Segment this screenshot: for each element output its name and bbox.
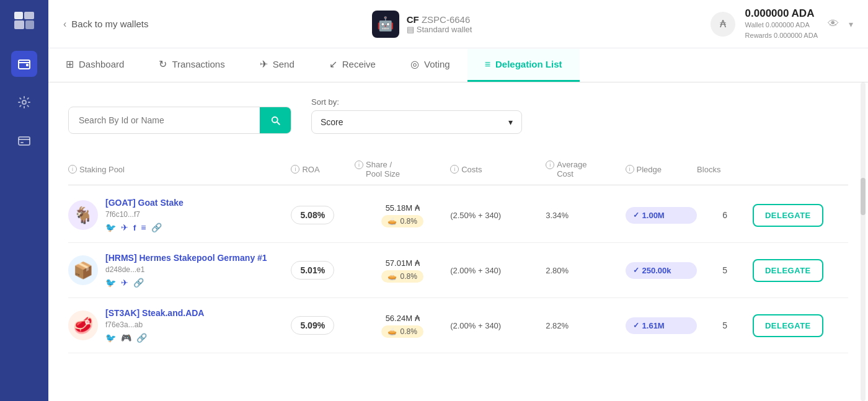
costs-col-3: (2.00% + 340) bbox=[450, 321, 546, 330]
tab-delegation-list-label: Delegation List bbox=[495, 59, 562, 69]
share-pct-label-1: 0.8% bbox=[400, 217, 417, 226]
tab-send-label: Send bbox=[273, 59, 294, 69]
telegram-icon-2[interactable]: ✈ bbox=[121, 278, 128, 288]
forum-icon-1[interactable]: ≡ bbox=[141, 223, 146, 232]
logo-icon[interactable] bbox=[11, 7, 37, 33]
tab-dashboard-label: Dashboard bbox=[79, 59, 124, 69]
info-icon-share[interactable]: i bbox=[355, 161, 363, 169]
sidebar-wallet-icon[interactable] bbox=[11, 51, 37, 77]
col-cost-label: Cost bbox=[546, 169, 574, 178]
facebook-icon-1[interactable]: f bbox=[133, 223, 136, 232]
sidebar-card-icon[interactable] bbox=[11, 128, 37, 154]
tab-delegation-list[interactable]: ≡ Delegation List bbox=[467, 49, 580, 82]
avg-cost-col-1: 3.34% bbox=[546, 211, 625, 220]
twitter-icon-3[interactable]: 🐦 bbox=[105, 333, 116, 343]
link-icon-1[interactable]: 🔗 bbox=[151, 223, 162, 232]
pledge-col-3: ✓ 1.61M bbox=[626, 317, 698, 334]
pie-icon-3: 🥧 bbox=[388, 327, 397, 336]
chevron-down-icon[interactable]: ▾ bbox=[849, 19, 853, 29]
tab-receive-label: Receive bbox=[342, 59, 376, 69]
link-icon-3[interactable]: 🔗 bbox=[136, 333, 147, 343]
pledge-value-3: 1.61M bbox=[642, 321, 665, 330]
svg-rect-1 bbox=[24, 12, 34, 19]
info-icon-pledge[interactable]: i bbox=[626, 165, 634, 174]
sidebar-settings-icon[interactable] bbox=[11, 89, 37, 115]
twitter-icon-2[interactable]: 🐦 bbox=[105, 278, 116, 288]
share-percent-3: 🥧 0.8% bbox=[381, 325, 423, 338]
delegation-list-icon: ≡ bbox=[485, 59, 490, 70]
share-amount-1: 55.18M ₳ bbox=[386, 203, 420, 213]
share-pct-label-2: 0.8% bbox=[400, 272, 417, 281]
wallet-type-icon: ▤ bbox=[407, 25, 414, 34]
pool-socials-3: 🐦 🎮 🔗 bbox=[105, 333, 204, 343]
pool-info-1: 🐐 [GOAT] Goat Stake 7f6c10...f7 🐦 ✈ f ≡ … bbox=[68, 198, 291, 232]
svg-rect-2 bbox=[14, 20, 24, 29]
ada-icon: ₳ bbox=[711, 12, 735, 37]
col-roa: i ROA bbox=[291, 165, 355, 174]
info-icon-pool[interactable]: i bbox=[68, 165, 77, 174]
wallet-ticker: CF ZSPC-6646 bbox=[407, 14, 472, 25]
pledge-check-3: ✓ bbox=[633, 321, 639, 330]
pool-name-1[interactable]: [GOAT] Goat Stake bbox=[105, 198, 184, 208]
pledge-badge-3: ✓ 1.61M bbox=[626, 317, 698, 334]
wallet-subtitle: ▤ Standard wallet bbox=[407, 25, 472, 34]
discord-icon-3[interactable]: 🎮 bbox=[121, 333, 131, 343]
tab-dashboard[interactable]: ⊞ Dashboard bbox=[48, 48, 141, 82]
search-input[interactable] bbox=[69, 108, 260, 133]
info-icon-avg[interactable]: i bbox=[546, 161, 554, 169]
col-pledge-label: Pledge bbox=[637, 165, 662, 174]
tab-transactions[interactable]: ↻ Transactions bbox=[141, 48, 242, 82]
col-blocks: Blocks bbox=[697, 165, 753, 174]
back-label: Back to my wallets bbox=[71, 19, 148, 29]
transactions-icon: ↻ bbox=[159, 58, 167, 70]
costs-col-2: (2.00% + 340) bbox=[450, 266, 546, 275]
sort-select[interactable]: Score ▾ bbox=[311, 110, 522, 134]
telegram-icon-1[interactable]: ✈ bbox=[121, 223, 128, 232]
tab-receive[interactable]: ↙ Receive bbox=[312, 48, 393, 82]
eye-icon[interactable]: 👁 bbox=[828, 17, 839, 30]
wallet-id: ZSPC-6646 bbox=[422, 14, 470, 25]
info-icon-costs[interactable]: i bbox=[450, 165, 459, 174]
sort-chevron-icon: ▾ bbox=[508, 117, 513, 127]
svg-point-6 bbox=[22, 100, 26, 104]
delegate-col-1: DELEGATE bbox=[753, 204, 848, 227]
avg-cost-col-2: 2.80% bbox=[546, 266, 625, 275]
content-area: Sort by: Score ▾ i Staking Pool i ROA i … bbox=[48, 82, 868, 401]
search-icon bbox=[270, 115, 281, 126]
twitter-icon-1[interactable]: 🐦 bbox=[105, 223, 116, 232]
pledge-value-2: 250.00k bbox=[642, 266, 671, 275]
share-percent-2: 🥧 0.8% bbox=[381, 270, 423, 283]
delegate-button-1[interactable]: DELEGATE bbox=[753, 204, 823, 227]
share-col-1: 55.18M ₳ 🥧 0.8% bbox=[355, 203, 450, 227]
pie-icon-2: 🥧 bbox=[388, 272, 397, 281]
pool-name-3[interactable]: [ST3AK] Steak.and.ADA bbox=[105, 308, 204, 318]
pool-name-2[interactable]: [HRMS] Hermes Stakepool Germany #1 bbox=[105, 253, 267, 263]
link-icon-2[interactable]: 🔗 bbox=[133, 278, 144, 288]
wallet-avatar: 🤖 bbox=[372, 11, 399, 38]
back-button[interactable]: ‹ Back to my wallets bbox=[63, 19, 149, 30]
pledge-badge-2: ✓ 250.00k bbox=[626, 262, 698, 279]
col-avg-label: Average bbox=[557, 160, 587, 169]
send-icon: ✈ bbox=[260, 58, 268, 70]
info-icon-roa[interactable]: i bbox=[291, 165, 299, 174]
costs-col-1: (2.50% + 340) bbox=[450, 211, 546, 220]
col-costs: i Costs bbox=[450, 165, 546, 174]
delegate-button-2[interactable]: DELEGATE bbox=[753, 259, 823, 282]
pool-details-2: [HRMS] Hermes Stakepool Germany #1 d248d… bbox=[105, 253, 267, 288]
pool-hash-3: f76e3a...ab bbox=[105, 320, 143, 329]
receive-icon: ↙ bbox=[329, 58, 337, 70]
pool-info-3: 🥩 [ST3AK] Steak.and.ADA f76e3a...ab 🐦 🎮 … bbox=[68, 308, 291, 343]
col-roa-label: ROA bbox=[302, 165, 319, 174]
delegate-button-3[interactable]: DELEGATE bbox=[753, 314, 823, 337]
scrollbar-thumb[interactable] bbox=[861, 178, 866, 215]
share-amount-2: 57.01M ₳ bbox=[386, 258, 420, 268]
back-arrow-icon: ‹ bbox=[63, 19, 66, 30]
blocks-col-2: 5 bbox=[697, 265, 753, 275]
tab-voting[interactable]: ◎ Voting bbox=[393, 48, 467, 82]
search-button[interactable] bbox=[260, 107, 291, 133]
tab-send[interactable]: ✈ Send bbox=[242, 48, 312, 82]
table-row: 🐐 [GOAT] Goat Stake 7f6c10...f7 🐦 ✈ f ≡ … bbox=[68, 188, 848, 243]
tab-voting-label: Voting bbox=[424, 59, 450, 69]
share-col-2: 57.01M ₳ 🥧 0.8% bbox=[355, 258, 450, 283]
svg-rect-0 bbox=[14, 12, 23, 19]
